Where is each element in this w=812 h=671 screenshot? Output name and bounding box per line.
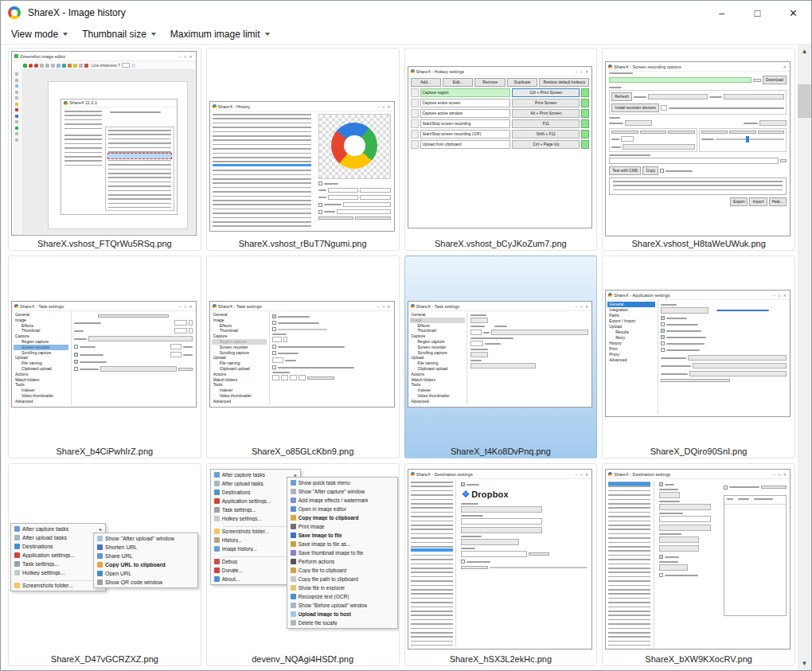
destination-list[interactable] <box>608 482 650 646</box>
menu-item: Add image effects / watermark <box>288 496 396 505</box>
menu-item-icon <box>14 552 20 558</box>
history-filter-panel <box>318 181 391 228</box>
thumb-task-settings-recorder: ShareX - Task settings– □ ✕ GeneralImage… <box>11 301 197 408</box>
dropbox-icon: ❖ <box>461 490 470 499</box>
status-indicator <box>581 140 589 149</box>
menu-item-icon <box>214 529 220 534</box>
history-item-9[interactable]: After capture tasks ▸ After upload tasks… <box>8 463 201 666</box>
window-controls: – □ ✕ <box>704 1 811 25</box>
editor-toolbar: Line thickness 7 <box>21 61 195 70</box>
editor-canvas: ShareX 11.0.1 <box>21 70 195 234</box>
filename-label: ShareX.vshost_FTQrWu5RSq.png <box>10 239 199 248</box>
menu-item-icon <box>214 537 220 543</box>
destination-list[interactable] <box>411 482 453 646</box>
thumb-hotkey-settings: ShareX - Hotkey settings– □ ✕ Add...Edit… <box>408 66 593 228</box>
menu-item-icon <box>214 516 220 521</box>
status-indicator <box>581 119 589 128</box>
history-item-8[interactable]: ShareX - Application settings– □ ✕ Gener… <box>602 256 795 458</box>
thumb-destination-dropbox: ShareX - Destination settings– □ ✕ ❖Drop… <box>408 469 593 650</box>
history-item-5[interactable]: ShareX - Task settings– □ ✕ GeneralImage… <box>8 256 201 458</box>
gear-icon <box>411 130 419 138</box>
menu-item-icon <box>291 594 296 599</box>
scroll-down-arrow[interactable]: ▼ <box>798 657 811 670</box>
chevron-down-icon <box>151 33 156 36</box>
thumb-screen-recording-options: ShareX - Screen recording options✕ Downl… <box>605 61 791 236</box>
sharex-logo-icon <box>8 6 21 19</box>
menu-item-icon <box>97 536 103 541</box>
sharex-swirl-logo <box>331 123 377 169</box>
menu-bar: View mode Thumbnail size Maximum image l… <box>1 25 811 45</box>
history-item-12[interactable]: ShareX - Destination settings– □ ✕ <box>602 463 795 666</box>
settings-tree[interactable]: GeneralImageEffectsThumbnailCaptureRegio… <box>212 312 267 405</box>
menu-item-icon <box>14 544 20 549</box>
titlebar: ShareX - Image history – □ ✕ <box>1 1 811 25</box>
destination-selected <box>411 548 453 552</box>
menu-item: Shorten URL <box>95 543 197 552</box>
menu-item-icon <box>97 553 103 559</box>
menu-item-icon <box>214 498 220 504</box>
menu-item-icon <box>14 561 20 567</box>
hotkey-toolbar-button: Restore default hotkeys <box>539 78 589 87</box>
scrollbar-thumb[interactable] <box>798 84 811 118</box>
menu-item: Show "Before upload" window <box>288 601 396 610</box>
gear-icon <box>411 99 419 107</box>
menu-view-mode-label: View mode <box>11 29 58 40</box>
tree-selection <box>410 318 465 323</box>
status-indicator <box>581 109 589 118</box>
history-item-2[interactable]: ShareX - History– □ ✕ ShareX.vshost_rBuT… <box>206 48 400 251</box>
settings-tree[interactable]: GeneralImageEffectsThumbnailCaptureRegio… <box>410 312 465 405</box>
scroll-up-arrow[interactable]: ▲ <box>798 45 811 58</box>
thumb-task-settings-image: ShareX - Task settings– □ ✕ GeneralImage… <box>408 301 593 408</box>
imgur-album-bar <box>724 482 787 492</box>
menu-item: Save thumbnail image to file <box>288 548 396 557</box>
menu-item-icon <box>291 506 296 512</box>
filename-label: ShareX_bXW9KXocRV.png <box>604 654 793 664</box>
history-item-11[interactable]: ShareX - Destination settings– □ ✕ ❖Drop… <box>404 463 598 666</box>
history-item-10[interactable]: After capture tasks ▸ After upload tasks… <box>206 463 400 666</box>
sharex-image-history-window: ShareX - Image history – □ ✕ View mode T… <box>0 0 812 671</box>
filename-label: ShareX_DQiro90SnI.png <box>604 447 793 456</box>
menu-item-icon <box>214 559 220 564</box>
thumb-task-settings-capture: ShareX - Task settings– □ ✕ GeneralImage… <box>209 301 395 408</box>
thumb-tray-submenu: Show "After upload" window Shorten URL S… <box>93 533 198 588</box>
menu-item: Copy image to clipboard <box>288 513 396 522</box>
menu-item: Share URL <box>95 552 197 560</box>
submenu-arrow-icon: ▸ <box>100 526 102 532</box>
menu-item-icon <box>214 481 220 486</box>
hotkey-row: Start/Stop screen recording (GIF) Shift … <box>411 130 590 138</box>
history-item-7-selected[interactable]: ShareX - Task settings– □ ✕ GeneralImage… <box>404 256 598 458</box>
close-button[interactable]: ✕ <box>775 1 811 25</box>
history-item-4[interactable]: ShareX - Screen recording options✕ Downl… <box>602 48 795 251</box>
settings-tree[interactable]: GeneralImageEffectsThumbnailCaptureRegio… <box>14 312 68 405</box>
menu-item: Save image to file <box>288 531 396 540</box>
menu-item: Upload image to host <box>288 610 396 618</box>
menu-item: Show quick task menu <box>288 478 396 487</box>
filename-label: ShareX.vshost_rBuT7Ngumi.png <box>209 239 397 248</box>
settings-tree[interactable]: GeneralIntegrationPathsExport / ImportUp… <box>607 302 655 415</box>
tree-selection <box>212 339 267 345</box>
menu-item-icon <box>291 480 296 486</box>
menu-view-mode[interactable]: View mode <box>4 26 75 42</box>
menu-item: Destinations ▸ <box>12 542 104 551</box>
settings-panel <box>661 304 787 414</box>
hotkey-row: Capture region Ctrl + Print Screen <box>411 88 590 97</box>
history-item-6[interactable]: ShareX - Task settings– □ ✕ GeneralImage… <box>206 256 400 458</box>
menu-item: Copy file to clipboard <box>288 566 396 575</box>
status-indicator <box>581 130 589 138</box>
menu-thumbnail-size[interactable]: Thumbnail size <box>75 26 163 42</box>
window-title: ShareX - Image history <box>28 7 126 18</box>
editor-tool-rail <box>13 70 21 234</box>
menu-item-icon <box>214 568 220 573</box>
vertical-scrollbar[interactable]: ▲ ▼ <box>798 45 811 670</box>
menu-item-icon <box>291 620 296 626</box>
menu-item: Screenshots folder... ▸ <box>12 581 104 590</box>
history-item-3[interactable]: ShareX - Hotkey settings– □ ✕ Add...Edit… <box>404 48 598 251</box>
history-item-1[interactable]: Greenshot image editor– □ ✕ Line thickne… <box>8 48 201 251</box>
settings-panel <box>272 314 390 404</box>
thumb-tray-menu: After capture tasks ▸ After upload tasks… <box>10 523 106 591</box>
maximize-button[interactable]: □ <box>740 1 775 25</box>
minimize-button[interactable]: – <box>704 1 740 25</box>
menu-max-image-limit[interactable]: Maximum image limit <box>163 26 277 42</box>
menu-item: Copy file path to clipboard <box>288 575 396 583</box>
thumb-application-settings: ShareX - Application settings– □ ✕ Gener… <box>605 290 791 417</box>
